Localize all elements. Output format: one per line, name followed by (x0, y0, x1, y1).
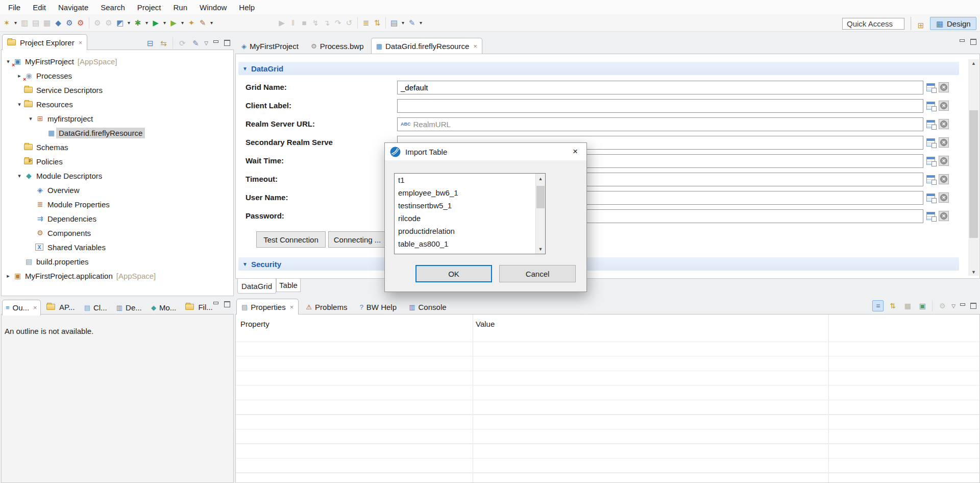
close-icon[interactable]: × (33, 304, 37, 311)
page-tab-table[interactable]: Table (276, 279, 301, 292)
measure-dropdown-icon[interactable]: ▾ (126, 17, 132, 29)
tab-cloud[interactable]: ▤Cl... (81, 300, 111, 316)
scroll-up-icon[interactable]: ▲ (968, 59, 979, 67)
tree-item-processes[interactable]: ▸◉Processes (2, 68, 233, 83)
brush-dropdown-icon[interactable]: ▾ (208, 17, 215, 29)
test-connection-button[interactable]: Test Connection (256, 231, 326, 248)
build-all-gear-icon[interactable]: ⚙ (103, 17, 114, 29)
link-with-editor-icon[interactable]: ⇆ (159, 37, 168, 49)
list-item[interactable]: employee_bw6_1 (395, 186, 545, 199)
clear-field-icon[interactable]: ✕ (939, 101, 949, 111)
admin-user-icon[interactable]: ⚙ (64, 17, 75, 29)
editor-tab-datagrid-fireflyresource[interactable]: ▦ DataGrid.fireflyResource × (371, 38, 482, 54)
quick-access-input[interactable]: Quick Access (842, 18, 904, 30)
collapsed-arrow-icon[interactable]: ▸ (4, 273, 13, 279)
tab-console[interactable]: ▥Console (404, 299, 451, 315)
sort-instances-icon[interactable]: ⇅ (372, 17, 383, 29)
maximize-icon[interactable] (970, 39, 977, 45)
scrollbar-thumb[interactable] (969, 110, 978, 238)
close-icon[interactable]: × (79, 39, 83, 46)
watch-list-dropdown-icon[interactable]: ▾ (400, 17, 406, 29)
tree-item-datagrid-fireflyresource[interactable]: ▦DataGrid.fireflyResource (2, 126, 233, 140)
menu-file[interactable]: File (2, 0, 27, 14)
close-icon[interactable]: × (473, 42, 477, 50)
clear-field-icon[interactable]: ✕ (939, 119, 949, 129)
clear-field-icon[interactable]: ✕ (939, 192, 949, 203)
tab-problems[interactable]: ⚠Problems (301, 299, 352, 315)
show-selected-icon[interactable]: ≣ (360, 17, 372, 29)
open-palette-icon[interactable]: ✦ (186, 17, 197, 29)
tab-outline[interactable]: ≡ Ou... × (2, 300, 41, 316)
module-property-picker-icon[interactable] (926, 138, 935, 147)
restore-default-icon[interactable]: ▦ (902, 300, 913, 311)
minimize-icon[interactable] (959, 303, 966, 309)
close-icon[interactable]: × (290, 303, 294, 311)
tab-bw-help[interactable]: ?BW Help (355, 299, 402, 315)
tree-item-module-descriptors[interactable]: ▾◆Module Descriptors (2, 168, 233, 183)
design-perspective-button[interactable]: ▦ Design (930, 17, 976, 30)
tab-api-explorer[interactable]: AP... (43, 299, 79, 315)
save-all-icon[interactable]: ▤ (30, 17, 41, 29)
watch-list-icon[interactable]: ▤ (388, 17, 400, 29)
menu-window[interactable]: Window (193, 0, 233, 14)
tree-item-myfirstproject-folder[interactable]: ▾⊞myfirstproject (2, 111, 233, 126)
show-categories-icon[interactable]: ≡ (872, 300, 884, 311)
debug-dropdown-icon[interactable]: ▾ (143, 17, 150, 29)
clear-field-icon[interactable]: ✕ (939, 211, 949, 221)
focus-working-set-icon[interactable]: ⟳ (178, 37, 187, 49)
datagrid-section-header[interactable]: ▼ DataGrid (238, 62, 959, 75)
menu-run[interactable]: Run (167, 0, 193, 14)
tree-item-resources[interactable]: ▾Resources (2, 97, 233, 111)
menu-navigate[interactable]: Navigate (52, 0, 94, 14)
pin-filter-icon[interactable]: ⚙ (937, 300, 948, 311)
show-advanced-icon[interactable]: ⇅ (887, 300, 898, 311)
minimize-icon[interactable] (212, 301, 219, 307)
tree-item-shared-variables[interactable]: XShared Variables (2, 240, 233, 254)
tree-item-module-properties[interactable]: ≣Module Properties (2, 197, 233, 211)
module-property-picker-icon[interactable] (926, 157, 935, 165)
module-property-picker-icon[interactable] (926, 102, 935, 110)
clear-field-icon[interactable]: ✕ (939, 156, 949, 166)
editor-tab-process-bwp[interactable]: ⚙ Process.bwp (306, 38, 369, 54)
measure-icon[interactable]: ◩ (114, 17, 126, 29)
save-icon[interactable]: ▥ (19, 17, 30, 29)
collapse-all-icon[interactable]: ⊟ (145, 37, 155, 49)
brush-icon[interactable]: ✎ (197, 17, 208, 29)
scroll-down-icon[interactable]: ▼ (968, 268, 979, 276)
tree-item-policies[interactable]: Policies (2, 154, 233, 168)
pause-icon[interactable]: ‖ (287, 17, 299, 29)
grid-name-input[interactable]: _default (397, 81, 923, 94)
maximize-icon[interactable] (224, 301, 231, 307)
list-item[interactable]: rilcode (395, 212, 545, 225)
clear-field-icon[interactable]: ✕ (939, 137, 949, 148)
module-property-picker-icon[interactable] (926, 83, 935, 91)
list-item[interactable]: table_as800_1 (395, 237, 545, 250)
profile-dropdown-icon[interactable]: ▾ (179, 17, 186, 29)
expanded-arrow-icon[interactable]: ▾ (15, 173, 24, 179)
ok-button[interactable]: OK (415, 265, 492, 282)
dialog-title-bar[interactable]: Import Table × (385, 143, 586, 160)
deploy-module-icon[interactable]: ◆ (53, 17, 64, 29)
connecting-button[interactable]: Connecting ... (328, 231, 386, 248)
expanded-arrow-icon[interactable]: ▾ (15, 101, 24, 108)
clear-field-icon[interactable]: ✕ (939, 174, 949, 184)
edit-working-set-icon[interactable]: ✎ (191, 37, 200, 49)
watch-edit-icon[interactable]: ✎ (406, 17, 418, 29)
new-properties-view-icon[interactable]: ▣ (917, 300, 928, 311)
run-dropdown-icon[interactable]: ▾ (161, 17, 168, 29)
step-over-icon[interactable]: ↷ (332, 17, 344, 29)
module-property-picker-icon[interactable] (926, 175, 935, 183)
print-icon[interactable]: ▦ (41, 17, 53, 29)
scroll-up-icon[interactable]: ▲ (536, 175, 545, 182)
tree-item-myfirstproject[interactable]: ▾▣MyFirstProject[AppSpace] (2, 54, 233, 68)
tab-project-explorer[interactable]: Project Explorer × (2, 34, 87, 50)
tree-item-myfirstproject-application[interactable]: ▸▣MyFirstProject.application[AppSpace] (2, 269, 233, 283)
tree-item-schemas[interactable]: Schemas (2, 140, 233, 154)
step-into-icon[interactable]: ↴ (321, 17, 332, 29)
watch-edit-dropdown-icon[interactable]: ▾ (418, 17, 424, 29)
menu-search[interactable]: Search (94, 0, 131, 14)
module-property-picker-icon[interactable] (926, 120, 935, 128)
view-menu-icon[interactable]: ▽ (951, 303, 955, 309)
menu-project[interactable]: Project (131, 0, 167, 14)
dialog-close-icon[interactable]: × (564, 143, 586, 160)
